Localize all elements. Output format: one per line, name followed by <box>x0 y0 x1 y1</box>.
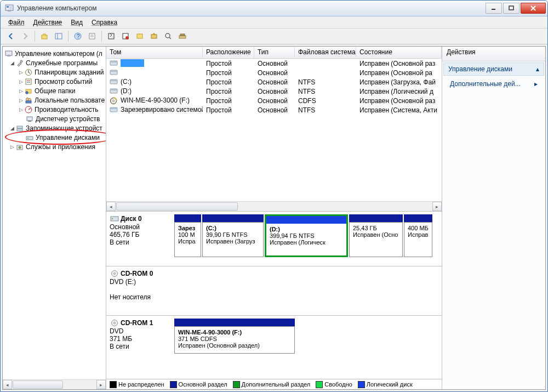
refresh-button[interactable] <box>105 30 117 42</box>
col-status[interactable]: Состояние <box>356 47 442 58</box>
col-volume[interactable]: Том <box>106 47 203 58</box>
volume-row[interactable]: ПростойОсновнойИсправен (Основной ра <box>106 68 442 77</box>
expand-icon[interactable]: ▷ <box>18 98 24 103</box>
window-title: Управление компьютером <box>17 4 485 12</box>
expand-icon[interactable]: ▷ <box>18 88 24 94</box>
svg-rect-13 <box>89 33 95 39</box>
expand-icon[interactable]: ▷ <box>18 70 24 75</box>
back-button[interactable] <box>5 30 17 42</box>
disk-partition-layout: Зарез100 МИспра (C:)39,90 ГБ NTFSИсправе… <box>174 214 438 257</box>
volume-row[interactable]: (C:)ПростойОсновнойNTFSИсправен (Загрузк… <box>106 77 442 87</box>
tree-performance[interactable]: Производительность <box>35 106 98 113</box>
svg-point-18 <box>125 36 129 39</box>
volume-row[interactable]: WIN-ME-4-90-3000 (F:)ПростойОсновнойCDFS… <box>106 96 442 105</box>
disk-size: 465,76 ГБ <box>110 231 174 238</box>
action-more-label: Дополнительные дей... <box>450 80 521 88</box>
tree-shared-folders[interactable]: Общие папки <box>35 87 75 95</box>
scroll-left-icon[interactable]: ◂ <box>3 380 12 389</box>
partition-d[interactable]: (D:)399,94 ГБ NTFSИсправен (Логическ <box>265 214 348 257</box>
close-button[interactable] <box>521 3 546 14</box>
svg-point-48 <box>19 146 21 149</box>
tree-storage[interactable]: Запоминающие устройст <box>26 124 102 132</box>
cdrom-icon <box>110 269 119 278</box>
scroll-right-icon[interactable]: ▸ <box>96 380 106 389</box>
tree-disk-management[interactable]: Управление дисками <box>36 134 100 141</box>
disk-status: Нет носителя <box>110 293 174 301</box>
disk-row-cdrom1[interactable]: CD-ROM 1 DVD 371 МБ В сети WIN-ME-4-90-3… <box>106 316 442 359</box>
separator <box>101 31 102 42</box>
tree-event-viewer[interactable]: Просмотр событий <box>35 78 92 86</box>
tool-icon[interactable] <box>119 30 132 42</box>
volume-row[interactable]: Зарезервировано системойПростойОсновнойN… <box>106 105 442 115</box>
disk-name: Диск 0 <box>121 215 142 223</box>
svg-rect-2 <box>9 6 12 9</box>
show-hide-tree-button[interactable] <box>53 30 65 42</box>
tree-local-users[interactable]: Локальные пользовате <box>35 96 105 104</box>
minimize-button[interactable] <box>486 3 502 14</box>
col-type[interactable]: Тип <box>254 47 295 58</box>
collapse-icon[interactable]: ▴ <box>536 65 539 73</box>
expand-icon[interactable]: ▷ <box>18 107 24 112</box>
tree-system-tools[interactable]: Служебные программы <box>26 59 98 67</box>
tree-horizontal-scrollbar[interactable]: ◂ ▸ <box>3 379 106 389</box>
tree-device-manager[interactable]: Диспетчер устройств <box>36 115 100 123</box>
expand-icon[interactable]: ▷ <box>18 79 24 84</box>
tree-root[interactable]: Управление компьютером (л <box>15 50 102 58</box>
disk-row-cdrom0[interactable]: CD-ROM 0 DVD (E:) Нет носителя <box>106 266 442 316</box>
forward-button[interactable] <box>19 30 31 42</box>
partition-cd-f[interactable]: WIN-ME-4-90-3000 (F:)371 МБ CDFSИсправен… <box>174 319 295 354</box>
volume-list-body[interactable]: ПростойОсновнойИсправен (Основной разПро… <box>106 59 442 201</box>
partition-reserved[interactable]: Зарез100 МИспра <box>174 214 201 257</box>
help-button[interactable]: ? <box>72 30 84 42</box>
maximize-button[interactable] <box>503 3 520 14</box>
settings-icon[interactable] <box>134 30 146 42</box>
partition-400mb[interactable]: 400 МБИсправ <box>404 214 432 257</box>
actions-group[interactable]: Управление дисками ▴ <box>443 63 544 76</box>
tree-services-apps[interactable]: Службы и приложения <box>26 143 95 151</box>
computer-icon <box>4 49 13 58</box>
col-layout[interactable]: Расположение <box>203 47 254 58</box>
svg-point-35 <box>26 91 28 93</box>
svg-rect-60 <box>111 108 117 109</box>
disk-map: Диск 0 Основной 465,76 ГБ В сети Зарез10… <box>106 212 442 379</box>
partition-c[interactable]: (C:)39,90 ГБ NTFSИсправен (Загруз <box>202 214 264 257</box>
svg-rect-25 <box>5 51 12 55</box>
legend: Не распределен Основной раздел Дополните… <box>106 379 442 389</box>
menu-action[interactable]: Действие <box>29 18 67 27</box>
disk-type: Основной <box>110 223 174 231</box>
volume-row[interactable]: (D:)ПростойОсновнойNTFSИсправен (Логичес… <box>106 87 442 96</box>
svg-point-46 <box>27 138 28 139</box>
expand-icon[interactable]: ▷ <box>9 144 15 150</box>
option1-icon[interactable] <box>148 30 160 42</box>
navigation-tree[interactable]: Управление компьютером (л ◢ Служебные пр… <box>3 47 106 379</box>
svg-point-64 <box>114 273 116 275</box>
svg-text:?: ? <box>77 33 80 39</box>
menu-file[interactable]: Файл <box>4 18 29 27</box>
svg-rect-56 <box>111 89 117 90</box>
volume-horizontal-scrollbar[interactable]: ◂ ▸ <box>106 201 442 211</box>
collapse-icon[interactable]: ◢ <box>9 126 15 131</box>
partition-unlabeled-25gb[interactable]: 25,43 ГБИсправен (Осно <box>349 214 403 257</box>
action-more[interactable]: Дополнительные дей... ▸ <box>442 77 545 91</box>
option3-icon[interactable] <box>176 30 189 42</box>
collapse-icon[interactable]: ◢ <box>9 60 15 66</box>
separator <box>35 31 35 42</box>
disk-size: 371 МБ <box>110 335 174 343</box>
tree-task-scheduler[interactable]: Планировщик заданий <box>35 69 104 76</box>
scroll-left-icon[interactable]: ◂ <box>106 202 116 211</box>
menu-view[interactable]: Вид <box>66 18 87 27</box>
up-button[interactable] <box>38 30 50 42</box>
scroll-thumb[interactable] <box>116 202 238 211</box>
volume-row[interactable]: ПростойОсновнойИсправен (Основной раз <box>106 59 442 68</box>
properties-button[interactable] <box>86 30 98 42</box>
svg-rect-42 <box>28 121 31 122</box>
menu-help[interactable]: Справка <box>87 18 122 27</box>
scroll-thumb[interactable] <box>13 380 63 389</box>
col-filesystem[interactable]: Файловая система <box>295 47 356 58</box>
disk-name: CD-ROM 1 <box>121 319 153 327</box>
scroll-right-icon[interactable]: ▸ <box>432 202 442 211</box>
disk-row-0[interactable]: Диск 0 Основной 465,76 ГБ В сети Зарез10… <box>106 212 442 266</box>
option2-icon[interactable] <box>162 30 174 42</box>
svg-rect-31 <box>26 79 31 84</box>
services-icon <box>15 143 24 151</box>
